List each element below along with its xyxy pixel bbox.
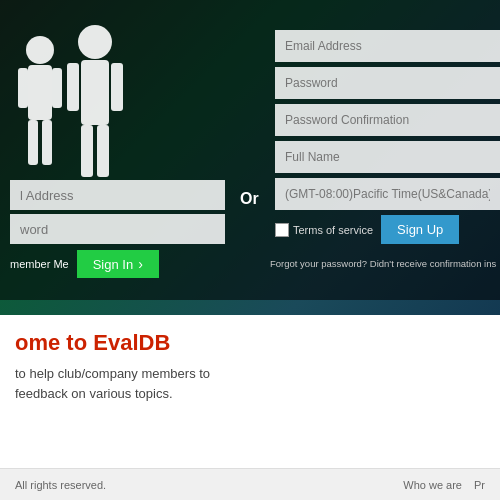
welcome-desc-line2: feedback on various topics. xyxy=(15,386,173,401)
signin-label: Sign In xyxy=(93,257,133,272)
signup-actions: Terms of service Sign Up xyxy=(275,215,495,244)
welcome-prefix: ome to xyxy=(15,330,93,355)
footer-who-we-are-link[interactable]: Who we are xyxy=(403,479,462,491)
silhouette-graphic xyxy=(10,10,140,200)
signup-password-confirm-input[interactable] xyxy=(275,104,500,136)
svg-rect-10 xyxy=(67,63,79,111)
signin-arrow-icon: › xyxy=(138,256,143,272)
footer-links: Who we are Pr xyxy=(403,479,485,491)
footer-bar: All rights reserved. Who we are Pr xyxy=(0,468,500,500)
svg-point-0 xyxy=(26,36,54,64)
welcome-description: to help club/company members to feedback… xyxy=(15,364,485,403)
svg-rect-8 xyxy=(81,125,93,177)
login-password-input[interactable] xyxy=(10,214,225,244)
signup-password-input[interactable] xyxy=(275,67,500,99)
or-divider: Or xyxy=(240,190,259,208)
svg-rect-5 xyxy=(52,68,62,108)
svg-rect-2 xyxy=(28,120,38,165)
welcome-title: ome to EvalDB xyxy=(15,330,485,356)
svg-rect-4 xyxy=(18,68,28,108)
welcome-desc-line1: to help club/company members to xyxy=(15,366,210,381)
svg-rect-3 xyxy=(42,120,52,165)
brand-name: EvalDB xyxy=(93,330,170,355)
footer-copyright: All rights reserved. xyxy=(15,479,106,491)
forgot-password-text: Forgot your password? Didn't receive con… xyxy=(270,258,500,269)
remember-me-label: member Me xyxy=(10,258,69,270)
svg-rect-11 xyxy=(111,63,123,111)
login-email-input[interactable] xyxy=(10,180,225,210)
terms-checkbox[interactable] xyxy=(275,223,289,237)
svg-rect-7 xyxy=(81,60,109,125)
login-form: member Me Sign In › xyxy=(0,180,240,278)
svg-point-6 xyxy=(78,25,112,59)
login-actions: member Me Sign In › xyxy=(10,250,230,278)
signin-button[interactable]: Sign In › xyxy=(77,250,159,278)
signup-button[interactable]: Sign Up xyxy=(381,215,459,244)
terms-text: Terms of service xyxy=(293,224,373,236)
signup-fullname-input[interactable] xyxy=(275,141,500,173)
terms-label: Terms of service xyxy=(275,223,373,237)
svg-rect-9 xyxy=(97,125,109,177)
footer-privacy-link[interactable]: Pr xyxy=(474,479,485,491)
signup-email-input[interactable] xyxy=(275,30,500,62)
svg-rect-1 xyxy=(28,65,52,120)
signup-form: Terms of service Sign Up xyxy=(270,20,500,254)
signup-timezone-input[interactable] xyxy=(275,178,500,210)
signup-label: Sign Up xyxy=(397,222,443,237)
